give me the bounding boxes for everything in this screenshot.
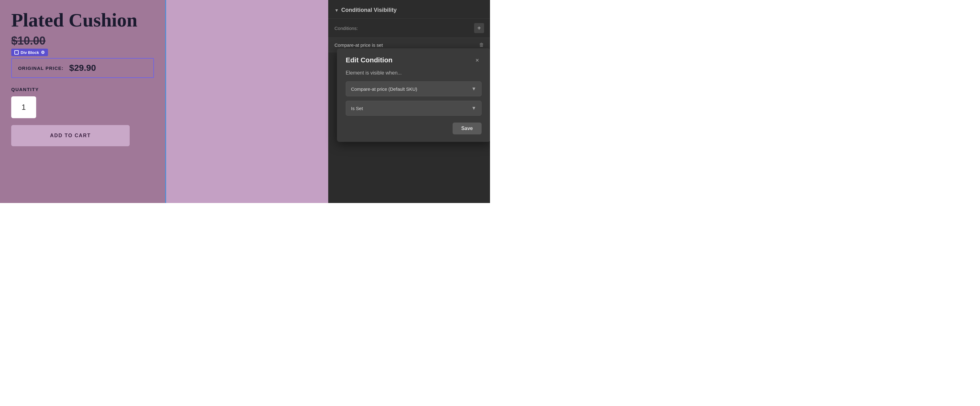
condition-item-text: Compare-at price is set (334, 42, 383, 48)
checkbox-icon (14, 50, 19, 54)
chevron-down-icon[interactable]: ▼ (334, 8, 339, 13)
modal-subtitle: Element is visible when... (346, 70, 482, 76)
conditional-visibility-title: Conditional Visibility (341, 7, 483, 13)
primary-dropdown-arrow: ▼ (471, 86, 476, 92)
product-price-strikethrough: $10.00 (11, 34, 154, 48)
modal-header: Edit Condition × (346, 56, 482, 65)
add-condition-button[interactable]: + (474, 23, 484, 33)
product-title: Plated Cushion (11, 10, 154, 30)
original-price-value: $29.90 (69, 63, 96, 73)
secondary-condition-dropdown[interactable]: Is Set ▼ (346, 101, 482, 116)
modal-footer: Save (346, 123, 482, 134)
gear-icon[interactable]: ⚙ (41, 50, 45, 55)
settings-panel: ▼ Conditional Visibility Conditions: + C… (328, 0, 490, 203)
secondary-dropdown-arrow: ▼ (471, 105, 476, 111)
secondary-dropdown-value: Is Set (351, 106, 363, 111)
trash-icon[interactable]: 🗑 (479, 42, 484, 48)
div-block-text: Div Block (21, 50, 39, 55)
original-price-box: ORIGINAL PRICE: $29.90 (11, 58, 154, 78)
modal-title: Edit Condition (346, 56, 393, 64)
conditions-row: Conditions: + (328, 19, 490, 38)
quantity-input[interactable]: 1 (11, 96, 36, 118)
primary-dropdown-value: Compare-at price (Default SKU) (351, 86, 417, 92)
conditional-visibility-header: ▼ Conditional Visibility (328, 0, 490, 19)
original-price-label: ORIGINAL PRICE: (18, 65, 64, 71)
add-to-cart-button[interactable]: ADD TO CART (11, 125, 130, 146)
primary-condition-dropdown[interactable]: Compare-at price (Default SKU) ▼ (346, 81, 482, 96)
right-preview-panel (166, 0, 328, 203)
conditions-label: Conditions: (334, 25, 358, 31)
edit-condition-modal: Edit Condition × Element is visible when… (337, 48, 490, 142)
div-block-label[interactable]: Div Block ⚙ (11, 49, 48, 56)
save-button[interactable]: Save (453, 123, 482, 134)
quantity-label: QUANTITY (11, 87, 154, 92)
close-modal-button[interactable]: × (473, 56, 482, 65)
product-panel: Plated Cushion $10.00 Div Block ⚙ ORIGIN… (0, 0, 165, 203)
